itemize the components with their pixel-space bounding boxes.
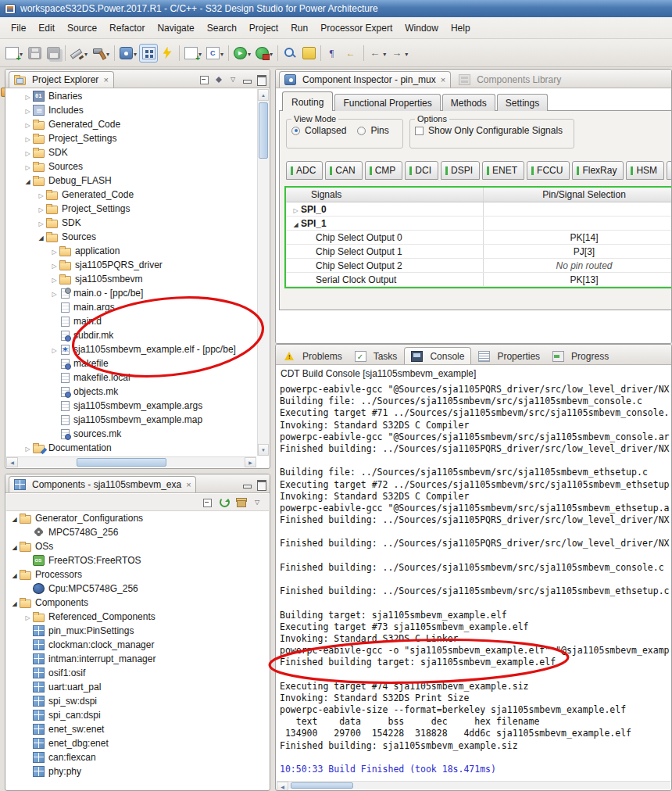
dropdown-arrow-icon[interactable] [106,48,109,59]
tree-item-binaries[interactable]: Binaries [6,89,257,103]
tree-item-sdk[interactable]: SDK [6,145,257,159]
dropdown-arrow-icon[interactable] [220,48,223,59]
tree-item-makefile-local[interactable]: makefile.local [6,370,257,385]
tree-item-clockman-clock-manager[interactable]: clockman:clock_manager [6,638,269,652]
menu-search[interactable]: Search [201,20,243,36]
collapsed-arrow-icon[interactable] [36,203,46,214]
dropdown-arrow-icon[interactable] [270,48,273,59]
tree-item-documentation[interactable]: Documentation [6,441,257,455]
collapsed-arrow-icon[interactable] [49,274,59,285]
project-explorer-vertical-scrollbar[interactable] [257,89,269,456]
minimize-icon[interactable] [240,73,254,86]
new-wizard-button[interactable] [3,44,25,63]
collapsed-arrow-icon[interactable] [23,611,33,622]
tree-item-sja1105smbevm-example-args[interactable]: sja1105smbevm_example.args [6,399,257,413]
forward-button[interactable] [388,44,410,63]
project-explorer-horizontal-scrollbar[interactable] [6,456,256,467]
peripheral-tab-dspi[interactable]: DSPI [441,161,480,180]
new-class-button[interactable] [204,44,226,63]
build-config-button[interactable] [68,44,90,63]
tab-console[interactable]: Console [404,347,471,364]
view-menu-icon[interactable] [226,73,240,86]
tree-item-intman-interrupt-manager[interactable]: intman:interrupt_manager [6,652,269,666]
save-all-button[interactable] [44,44,63,63]
tab-properties[interactable]: Properties [472,348,546,364]
expanded-arrow-icon[interactable] [9,513,20,524]
collapsed-arrow-icon[interactable] [23,147,33,158]
peripheral-tab-i2c[interactable]: I2C [667,161,672,180]
link-editor-icon[interactable] [212,73,226,86]
menu-processor-expert[interactable]: Processor Expert [314,20,399,36]
peripheral-tab-fccu[interactable]: FCCU [527,161,570,180]
menu-edit[interactable]: Edit [32,20,61,36]
tree-item-project-settings[interactable]: Project_Settings [6,202,257,216]
mark-occurrences-button[interactable] [299,44,318,63]
peripheral-tab-flexray[interactable]: FlexRay [572,161,624,180]
show-whitespace-button[interactable] [323,44,342,63]
expanded-arrow-icon[interactable] [9,569,20,580]
tree-item-processors[interactable]: Processors [6,567,269,582]
expanded-arrow-icon[interactable] [9,541,20,552]
last-edit-location-button[interactable] [342,44,361,63]
peripheral-tab-dci[interactable]: DCI [405,161,438,180]
run-button[interactable] [231,44,253,63]
tree-item-mpc5748g-256[interactable]: MPC5748G_256 [6,525,269,539]
minimize-icon[interactable] [240,478,254,491]
scroll-right-icon[interactable] [245,457,256,467]
peripheral-tab-adc[interactable]: ADC [286,161,323,180]
menu-refactor[interactable]: Refactor [103,20,151,36]
tree-item-freertos-freertos[interactable]: FreeRTOS:FreeRTOS [6,553,269,567]
dropdown-arrow-icon[interactable] [405,48,408,59]
tree-item-sdk[interactable]: SDK [6,216,257,230]
tree-item-generator-configurations[interactable]: Generator_Configurations [6,511,269,525]
back-button[interactable] [366,44,388,63]
tree-item-makefile[interactable]: makefile [6,356,257,370]
tree-item-enet-sw-enet[interactable]: enet_sw:enet [6,722,269,736]
tree-item-sja1105smbevm-example-elf-ppc-be[interactable]: sja1105smbevm_example.elf - [ppc/be] [6,342,257,356]
close-icon[interactable] [103,75,108,84]
dropdown-arrow-icon[interactable] [248,48,251,59]
scrollbar-thumb[interactable] [77,458,166,467]
collapsed-arrow-icon[interactable] [23,133,33,144]
tab-tasks[interactable]: Tasks [349,348,404,364]
tab-problems[interactable]: Problems [277,348,349,364]
collapsed-arrow-icon[interactable] [23,161,33,172]
collapsed-arrow-icon[interactable] [23,119,33,130]
flash-programmer-button[interactable] [158,44,177,63]
tree-item-sja1105smbevm[interactable]: sja1105smbevm [6,272,257,286]
tree-item-generated-code[interactable]: Generated_Code [6,117,257,131]
tree-item-pin-mux-pinsettings[interactable]: pin_mux:PinSettings [6,624,269,638]
tree-item-oss[interactable]: OSs [6,539,269,553]
view-menu-icon[interactable] [250,496,264,509]
tree-item-cpu-mpc5748g-256[interactable]: Cpu:MPC5748G_256 [6,582,269,596]
peripheral-tab-cmp[interactable]: CMP [365,161,403,180]
external-tools-button[interactable] [253,44,275,63]
maximize-icon[interactable] [254,478,268,491]
tree-item-components[interactable]: Components [6,596,269,610]
scrollbar-thumb[interactable] [291,782,353,789]
title-bar[interactable]: workspaceS32DS.Power.2017.R1 - C/C++ - S… [0,0,672,17]
collapsed-arrow-icon[interactable] [49,344,59,355]
collapsed-arrow-icon[interactable] [23,105,33,116]
collapsed-radio[interactable] [291,127,300,135]
pins-radio[interactable] [357,127,366,135]
menu-source[interactable]: Source [61,20,103,36]
collapsed-arrow-icon[interactable] [36,217,46,228]
collapsed-arrow-icon[interactable] [23,91,33,102]
expanded-arrow-icon[interactable] [9,597,20,608]
tab-progress[interactable]: Progress [546,348,615,364]
menu-window[interactable]: Window [399,20,445,36]
collapsed-arrow-icon[interactable] [49,245,59,256]
tree-item-sources[interactable]: Sources [6,159,257,174]
signal-row-serial-clock-output[interactable]: Serial Clock OutputPK[13] [286,273,672,287]
debug-config-button[interactable] [117,44,139,63]
tree-item-application[interactable]: application [6,244,257,258]
pin-selection-value[interactable]: No pin routed [484,259,672,272]
tree-item-sources-mk[interactable]: sources.mk [6,427,257,441]
tree-item-main-d[interactable]: main.d [6,314,257,328]
tree-item-phy-phy[interactable]: phy:phy [6,764,269,778]
menu-run[interactable]: Run [284,20,314,36]
pin-selection-value[interactable]: PK[14] [484,231,672,244]
tab-components[interactable]: Components - sja1105smbevm_exa [9,476,196,492]
peripheral-tab-hsm[interactable]: HSM [626,161,664,180]
